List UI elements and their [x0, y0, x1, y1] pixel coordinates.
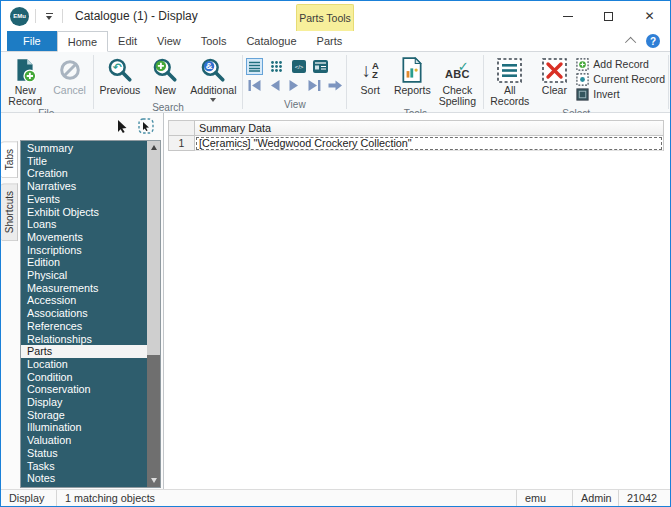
last-record-button[interactable] — [306, 78, 323, 92]
maximize-button[interactable] — [588, 1, 629, 31]
vertical-tab-shortcuts[interactable]: Shortcuts — [1, 183, 18, 241]
invert-selection-icon — [576, 88, 589, 101]
goto-record-button[interactable] — [326, 78, 343, 92]
table-row[interactable]: 1 [Ceramics] "Wedgwood Crockery Collecti… — [169, 136, 663, 151]
scroll-up-icon — [151, 145, 157, 150]
sidebar-item-tasks[interactable]: Tasks — [21, 460, 147, 473]
sidebar-item-valuation[interactable]: Valuation — [21, 434, 147, 447]
sidebar-item-storage[interactable]: Storage — [21, 409, 147, 422]
clear-selection-label: Clear — [542, 85, 567, 96]
select-tool-button[interactable] — [137, 117, 155, 135]
current-record-button[interactable]: Current Record — [576, 72, 665, 86]
ribbon-separator — [242, 55, 243, 109]
sidebar-item-title[interactable]: Title — [21, 155, 147, 168]
application-window: EMu Catalogue (1) - Display Parts Tools … — [0, 0, 671, 507]
help-icon[interactable]: ? — [646, 34, 660, 48]
sidebar-item-loans[interactable]: Loans — [21, 218, 147, 231]
code-view-button[interactable]: </> — [290, 58, 307, 75]
ribbon-group-view: </> — [244, 52, 345, 112]
sidebar-item-creation[interactable]: Creation — [21, 167, 147, 180]
sidebar-item-exhibit-objects[interactable]: Exhibit Objects — [21, 206, 147, 219]
sort-button[interactable]: ↓ AZ Sort — [350, 54, 390, 96]
close-button[interactable]: ✕ — [629, 1, 670, 31]
ribbon-group-tools-body: ↓ AZ Sort Report — [350, 54, 480, 108]
sidebar-item-events[interactable]: Events — [21, 193, 147, 206]
code-view-icon: </> — [292, 60, 306, 73]
ribbon-group-select: All Records Clear — [485, 52, 667, 112]
cancel-button[interactable]: Cancel — [50, 54, 90, 96]
previous-search-icon: ↶ — [107, 56, 133, 84]
invert-selection-button[interactable]: Invert — [576, 87, 665, 101]
all-records-button[interactable]: All Records — [487, 54, 532, 108]
ribbon: New Record Cancel File — [1, 52, 670, 113]
sidebar-item-display[interactable]: Display — [21, 396, 147, 409]
check-spelling-icon: ✓ ABC — [445, 56, 470, 84]
status-record-id: 21042 — [618, 490, 670, 506]
status-mode: Display — [1, 490, 57, 506]
tab-edit[interactable]: Edit — [108, 31, 147, 51]
sidebar-item-conservation[interactable]: Conservation — [21, 383, 147, 396]
tab-file[interactable]: File — [7, 31, 57, 51]
sort-arrow: ↓ — [362, 61, 372, 80]
sidebar-item-narratives[interactable]: Narratives — [21, 180, 147, 193]
invert-selection-label: Invert — [593, 88, 619, 100]
new-record-button[interactable]: New Record — [3, 54, 48, 108]
check-spelling-button[interactable]: ✓ ABC Check Spelling — [434, 54, 480, 108]
reports-button[interactable]: Reports — [392, 54, 432, 96]
tab-view[interactable]: View — [147, 31, 191, 51]
titlebar-separator — [35, 9, 36, 23]
emu-logo-icon[interactable]: EMu — [10, 7, 29, 26]
sidebar-item-measurements[interactable]: Measurements — [21, 282, 147, 295]
sidebar-item-inscriptions[interactable]: Inscriptions — [21, 244, 147, 257]
new-search-button[interactable]: New — [145, 54, 185, 96]
window-body: TabsShortcuts SummaryTitleCreationNarrat… — [1, 113, 670, 489]
tab-tools[interactable]: Tools — [191, 31, 237, 51]
scrollbar-track[interactable] — [147, 355, 160, 474]
add-record-button[interactable]: Add Record — [576, 57, 665, 71]
tab-parts[interactable]: Parts — [307, 31, 353, 51]
sidebar-item-movements[interactable]: Movements — [21, 231, 147, 244]
sidebar-item-summary[interactable]: Summary — [21, 142, 147, 155]
vertical-tab-strip: TabsShortcuts — [1, 139, 18, 488]
svg-text:</>: </> — [295, 64, 304, 70]
previous-search-button[interactable]: ↶ Previous — [96, 54, 143, 96]
sidebar-item-associations[interactable]: Associations — [21, 307, 147, 320]
tab-bar-right: ? — [628, 31, 670, 51]
sidebar-item-notes[interactable]: Notes — [21, 472, 147, 485]
sidebar-item-parts[interactable]: Parts — [21, 345, 147, 358]
summary-data-column-header[interactable]: Summary Data — [195, 121, 663, 136]
form-view-button[interactable] — [312, 58, 329, 75]
minimize-icon — [563, 16, 573, 17]
new-record-icon — [12, 56, 38, 84]
scroll-up-button[interactable] — [147, 141, 160, 154]
grid-view-button[interactable] — [268, 58, 285, 75]
sidebar-item-physical[interactable]: Physical — [21, 269, 147, 282]
ribbon-separator — [93, 55, 94, 109]
minimize-button[interactable] — [547, 1, 588, 31]
previous-record-button[interactable] — [266, 78, 283, 92]
sidebar-item-edition[interactable]: Edition — [21, 256, 147, 269]
scroll-down-button[interactable] — [147, 474, 160, 487]
clear-selection-button[interactable]: Clear — [534, 54, 574, 96]
sidebar-scrollbar[interactable] — [147, 141, 160, 487]
vertical-tab-tabs[interactable]: Tabs — [1, 141, 18, 178]
row-number[interactable]: 1 — [169, 136, 195, 151]
first-record-button[interactable] — [246, 78, 263, 92]
sidebar-item-status[interactable]: Status — [21, 447, 147, 460]
tab-home[interactable]: Home — [57, 31, 108, 52]
sidebar-item-condition[interactable]: Condition — [21, 371, 147, 384]
sidebar-item-location[interactable]: Location — [21, 358, 147, 371]
sidebar-item-illumination[interactable]: Illumination — [21, 421, 147, 434]
collapse-ribbon-icon[interactable] — [625, 37, 636, 48]
summary-data-cell[interactable]: [Ceramics] "Wedgwood Crockery Collection… — [195, 136, 663, 151]
quick-access-dropdown-icon[interactable] — [42, 8, 56, 24]
tab-catalogue[interactable]: Catalogue — [236, 31, 306, 51]
scrollbar-thumb[interactable] — [147, 154, 160, 355]
pointer-tool-button[interactable] — [113, 117, 131, 135]
sidebar-item-references[interactable]: References — [21, 320, 147, 333]
sidebar-item-relationships[interactable]: Relationships — [21, 333, 147, 346]
list-view-button[interactable] — [246, 58, 263, 75]
additional-search-button[interactable]: & Additional — [187, 54, 239, 102]
sidebar-item-accession[interactable]: Accession — [21, 294, 147, 307]
next-record-button[interactable] — [286, 78, 303, 92]
